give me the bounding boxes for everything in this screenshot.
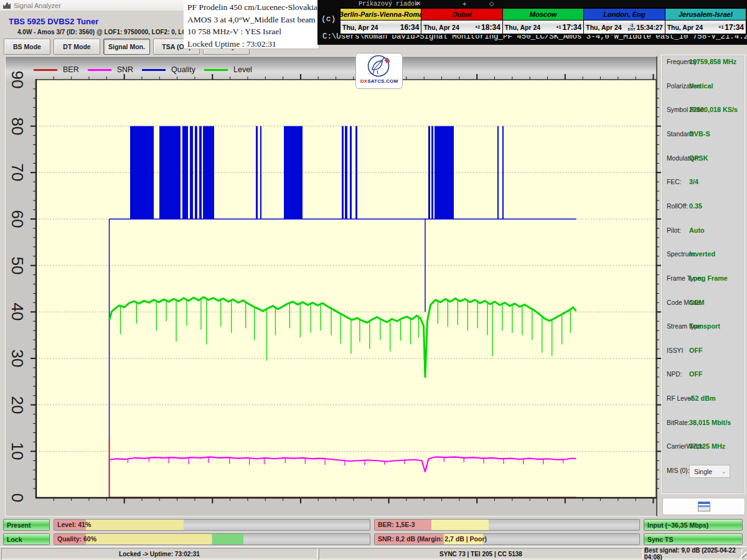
logo-text: DXSATCS.COM (360, 78, 398, 84)
y-tick-label-60: 60 (7, 210, 27, 228)
clock-time: 17:34 (561, 23, 582, 32)
clock-date: Thu, Apr 24 (586, 24, 621, 31)
status-best-signal: Best signal: 9,0 dB (2025-04-22 04:08) (644, 548, 742, 559)
param-row-spectrum-: Spectrum:Inverted (662, 251, 745, 261)
quality-high-block-17 (497, 126, 499, 219)
param-value: Auto (689, 226, 705, 234)
param-row-frequency-: Frequency:10759,858 MHz (662, 58, 745, 68)
quality-high-block-11 (345, 126, 347, 219)
legend-label: Quality (171, 65, 195, 74)
y-tick-label-0: 0 (7, 493, 27, 502)
clock-body: Thu, Apr 24+218:34 (421, 21, 502, 34)
clock-moscow: MoscowThu, Apr 24+117:34 (502, 9, 583, 34)
status-sync-counters: SYNC 73 | TEI 205 | CC 5138 (319, 548, 643, 559)
quality-high-block-9 (284, 126, 303, 219)
bar-label: BER: 1,5E-3 (378, 521, 415, 528)
param-value: 0.35 (689, 202, 702, 210)
quality-high-block-4 (195, 126, 197, 219)
param-label: RollOff: (667, 203, 688, 210)
close-icon[interactable]: ✕ (416, 0, 421, 7)
param-value: 3/4 (689, 178, 698, 185)
save-button[interactable] (662, 498, 745, 515)
diamond-icon[interactable]: ◇ (489, 0, 494, 7)
legend-swatch-level (204, 69, 228, 71)
info-line-1: AMOS 3 at 4,0°W_Middle East beam (187, 14, 319, 26)
clock-body: Thu, Apr 24+117:34 (665, 21, 746, 34)
param-row-fec-: FEC:3/4 (662, 179, 745, 189)
legend-item-quality: Quality (142, 65, 195, 74)
clock-dst-label: DST (628, 27, 636, 31)
clock-city-header: Dubai (421, 9, 502, 21)
clock-city-header: Jerusalem-Israel (665, 9, 746, 21)
clock-offset: -1DST (628, 24, 636, 31)
quality-high-block-8 (260, 126, 261, 219)
world-clocks-bar: Berlin-Paris-Vienna-RomaThu, Apr 2416:34… (339, 7, 747, 35)
param-value: -52 dBm (689, 394, 716, 402)
satellite-dish-icon (367, 54, 392, 78)
param-label: NPD: (667, 371, 682, 378)
clock-offset-value: +1 (718, 26, 723, 29)
info-line-3: Locked Uptime : 73:02:31 (187, 38, 319, 50)
clock-offset: +1 (557, 26, 561, 29)
param-value: Inverted (689, 250, 715, 258)
bar-label: Quality: 60% (57, 535, 96, 543)
param-row-polarization-: Polarization:Vertical (662, 83, 745, 93)
clock-date: Thu, Apr 24 (423, 24, 459, 31)
clock-offset: +2 (475, 26, 480, 29)
y-tick-label-30: 30 (7, 350, 27, 368)
param-row-npd-: NPD:OFF (662, 371, 745, 381)
param-row-rolloff-: RollOff:0.35 (662, 203, 745, 213)
param-row-code-mode-: Code Mode:CCM (662, 299, 745, 309)
param-value: Long Frame (689, 274, 728, 282)
quality-high-block-16 (435, 126, 454, 219)
app-icon (3, 2, 11, 9)
y-tick-label-90: 90 (7, 71, 27, 89)
clock-jerusalem-israel: Jerusalem-IsraelThu, Apr 24+117:34 (665, 9, 746, 34)
legend-swatch-ber (34, 69, 57, 71)
quality-high-block-18 (502, 126, 504, 219)
ber-bar: BER: 1,5E-3 (374, 519, 640, 531)
param-value: DVB-S (689, 130, 710, 138)
param-row-symbol-rate-: Symbol Rate:27500,018 KS/s (662, 106, 745, 116)
tab-signal-mon-[interactable]: Signal Mon. (103, 39, 150, 55)
snr-bar: SNR: 8,2 dB (Margin: 2,7 dB | Poor) (374, 533, 640, 545)
param-value: CCM (689, 299, 705, 306)
clock-time: 17:34 (723, 23, 744, 32)
legend-label: SNR (117, 65, 133, 74)
tuner-name: TBS 5925 DVBS2 Tuner (9, 17, 98, 26)
param-row-mis: MIS (0):Single⌄ (662, 467, 745, 477)
param-row-pilot-: Pilot:Auto (662, 227, 745, 237)
bar-label: Level: 41% (57, 521, 91, 528)
y-tick-label-10: 10 (7, 442, 27, 460)
param-value: 38,015 Mbit/s (689, 419, 731, 426)
clock-date: Thu, Apr 24 (342, 24, 378, 31)
clock-date: Thu, Apr 24 (667, 24, 703, 31)
param-row-frame-type-: Frame Type:Long Frame (662, 275, 745, 285)
quality-high-block-1 (159, 126, 181, 219)
clock-time: 16:34 (399, 23, 420, 32)
signal-chart-panel: BERSNRQualityLevel DXSATCS.COM 010203040… (5, 56, 657, 516)
clock-offset: +1 (718, 26, 723, 29)
clock-city-header: Moscow (503, 9, 583, 21)
param-value: 10759,858 MHz (689, 58, 736, 65)
legend-item-snr: SNR (88, 65, 133, 74)
level-bar: Level: 41% (54, 519, 370, 531)
signal-analyzer-app: Signal Analyzer TBS 5925 DVBS2 Tuner 4.0… (0, 0, 747, 560)
y-tick-label-70: 70 (7, 164, 27, 182)
bar-segment-1 (86, 534, 212, 544)
param-row-carrierwidth-: CarrierWidth:37,125 MHz (662, 443, 745, 453)
param-value: Vertical (689, 82, 713, 90)
mis-dropdown[interactable]: Single⌄ (689, 465, 730, 478)
tab-bs-mode[interactable]: BS Mode (4, 39, 50, 55)
clock-dubai: DubaiThu, Apr 24+218:34 (421, 9, 502, 34)
bar-segment-1 (86, 520, 184, 530)
legend-label: Level (233, 65, 252, 74)
plus-icon[interactable]: + (463, 0, 466, 7)
tab-dt-mode[interactable]: DT Mode (54, 39, 100, 55)
quality-high-block-12 (350, 126, 352, 219)
quality-high-block-3 (190, 126, 193, 219)
y-tick-label-80: 80 (7, 117, 27, 135)
clock-london-eng: London, EngThu, Apr 24-1DST15:34:27 (583, 9, 664, 34)
param-row-standard-: Standard:DVB-S (662, 131, 745, 141)
legend-item-ber: BER (34, 65, 79, 74)
